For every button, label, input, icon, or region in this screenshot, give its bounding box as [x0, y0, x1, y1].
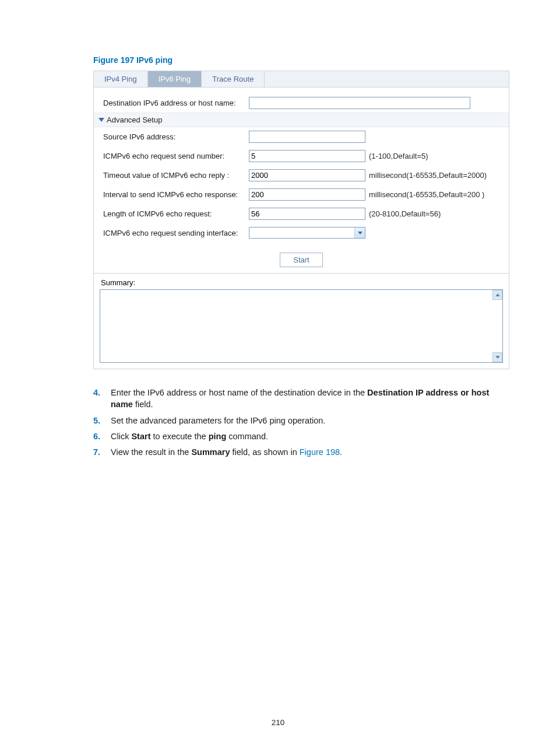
chevron-down-icon	[495, 356, 500, 359]
advanced-setup-label: Advanced Setup	[107, 116, 162, 124]
step-7: 7. View the result in the Summary field,…	[93, 446, 509, 458]
ping-panel: Destination IPv6 address or host name: A…	[93, 88, 509, 369]
destination-input[interactable]	[249, 97, 470, 109]
step-number: 7.	[93, 446, 111, 458]
figure-title: Figure 197 IPv6 ping	[93, 55, 509, 65]
timeout-input[interactable]	[249, 169, 365, 181]
send-number-input[interactable]	[249, 150, 365, 162]
row-length: Length of ICMPv6 echo request: (20-8100,…	[100, 204, 503, 223]
summary-textarea[interactable]	[100, 289, 503, 363]
step-number: 6.	[93, 430, 111, 442]
start-button[interactable]: Start	[280, 253, 322, 267]
scroll-down-button[interactable]	[492, 352, 502, 362]
row-interval: Interval to send ICMPv6 echo response: m…	[100, 185, 503, 204]
timeout-label: Timeout value of ICMPv6 echo reply :	[100, 171, 249, 180]
row-destination: Destination IPv6 address or host name:	[100, 93, 503, 113]
step-text: Set the advanced parameters for the IPv6…	[111, 415, 325, 426]
destination-label: Destination IPv6 address or host name:	[100, 99, 249, 107]
scroll-up-button[interactable]	[492, 290, 502, 300]
step-5: 5. Set the advanced parameters for the I…	[93, 415, 509, 426]
send-number-label: ICMPv6 echo request send number:	[100, 152, 249, 160]
tab-bar: IPv4 Ping IPv6 Ping Trace Route	[93, 71, 509, 88]
send-number-hint: (1-100,Default=5)	[365, 152, 428, 160]
advanced-setup-toggle[interactable]: Advanced Setup	[94, 113, 509, 127]
interval-label: Interval to send ICMPv6 echo response:	[100, 190, 249, 199]
interface-select[interactable]	[249, 227, 365, 239]
tab-ipv6-ping[interactable]: IPv6 Ping	[148, 71, 202, 87]
page-number: 210	[0, 718, 556, 727]
step-number: 4.	[93, 387, 111, 411]
interval-hint: millisecond(1-65535,Default=200 )	[365, 190, 484, 199]
chevron-down-icon	[358, 232, 363, 235]
step-4: 4. Enter the IPv6 address or host name o…	[93, 387, 509, 411]
row-timeout: Timeout value of ICMPv6 echo reply : mil…	[100, 166, 503, 185]
length-input[interactable]	[249, 208, 365, 220]
row-source: Source IPv6 address:	[100, 127, 503, 146]
interface-select-value	[249, 228, 354, 238]
figure-198-link[interactable]: Figure 198	[300, 447, 340, 457]
row-interface: ICMPv6 echo request sending interface:	[100, 223, 503, 242]
instruction-list: 4. Enter the IPv6 address or host name o…	[93, 387, 509, 458]
step-text: Click Start to execute the ping command.	[111, 430, 268, 442]
step-text: View the result in the Summary field, as…	[111, 446, 342, 458]
chevron-down-icon	[98, 118, 104, 122]
row-send-number: ICMPv6 echo request send number: (1-100,…	[100, 146, 503, 166]
length-hint: (20-8100,Default=56)	[365, 209, 441, 218]
length-label: Length of ICMPv6 echo request:	[100, 209, 249, 218]
summary-label: Summary:	[100, 278, 503, 289]
tab-trace-route[interactable]: Trace Route	[202, 71, 265, 87]
interface-label: ICMPv6 echo request sending interface:	[100, 229, 249, 237]
source-input[interactable]	[249, 131, 365, 143]
chevron-up-icon	[495, 293, 500, 296]
tab-ipv4-ping[interactable]: IPv4 Ping	[94, 71, 148, 87]
step-6: 6. Click Start to execute the ping comma…	[93, 430, 509, 442]
step-number: 5.	[93, 415, 111, 426]
interface-select-button[interactable]	[354, 228, 365, 238]
step-text: Enter the IPv6 address or host name of t…	[111, 387, 509, 411]
source-label: Source IPv6 address:	[100, 132, 249, 141]
timeout-hint: millisecond(1-65535,Default=2000)	[365, 171, 487, 180]
interval-input[interactable]	[249, 188, 365, 201]
